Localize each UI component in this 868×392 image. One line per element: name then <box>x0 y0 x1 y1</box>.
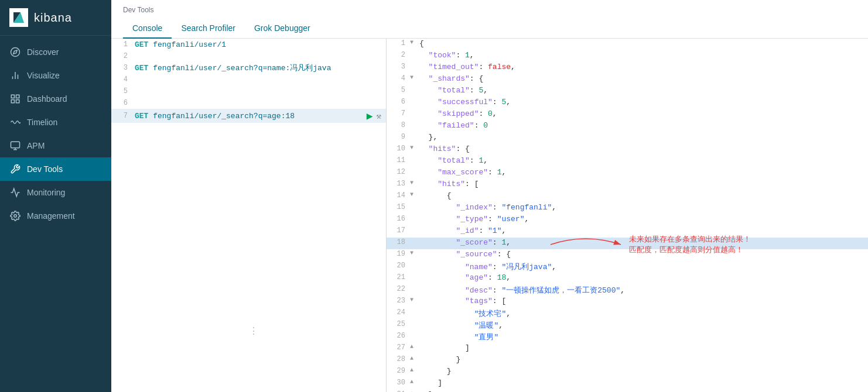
out-line-18: 18 "_score": 1, <box>387 238 868 249</box>
sidebar-item-apm[interactable]: APM <box>0 134 111 157</box>
out-line-17: 17 "_id": "1", <box>387 226 868 238</box>
input-line-5: 5 <box>111 85 386 97</box>
out-line-25: 25 "温暖", <box>387 319 868 331</box>
svg-rect-9 <box>11 100 14 103</box>
out-line-6: 6 "successful": 5, <box>387 97 868 109</box>
page-title: Dev Tools <box>123 6 856 14</box>
monitor-icon <box>9 140 21 152</box>
out-line-24: 24 "技术宅", <box>387 308 868 319</box>
input-line-6: 6 <box>111 97 386 109</box>
svg-rect-10 <box>16 100 19 103</box>
svg-rect-8 <box>16 95 19 98</box>
run-button[interactable]: ▶ <box>367 109 373 122</box>
out-line-15: 15 "_index": "fengfanli", <box>387 202 868 214</box>
out-line-1: 1 ▼ { <box>387 39 868 50</box>
out-line-8: 8 "failed": 0 <box>387 121 868 132</box>
svg-point-2 <box>11 48 20 57</box>
out-line-28: 28 ▲ } <box>387 355 868 366</box>
out-line-30: 30 ▲ ] <box>387 378 868 390</box>
sidebar-item-monitoring[interactable]: Monitoring <box>0 181 111 204</box>
sidebar-item-dev-tools[interactable]: Dev Tools <box>0 157 111 181</box>
out-line-11: 11 "total": 1, <box>387 156 868 167</box>
input-line-1: 1 GET fengfanli/user/1 <box>111 39 386 50</box>
tab-grok-debugger[interactable]: Grok Debugger <box>245 19 320 39</box>
out-line-26: 26 "直男" <box>387 331 868 343</box>
out-line-23: 23 ▼ "tags": [ <box>387 296 868 308</box>
output-panel: 1 ▼ { 2 "took": 1, 3 "timed_out": false,… <box>387 39 868 392</box>
svg-marker-3 <box>13 50 17 54</box>
out-line-27: 27 ▲ ] <box>387 343 868 355</box>
wave-icon <box>9 116 21 128</box>
out-line-5: 5 "total": 5, <box>387 85 868 97</box>
sidebar-item-timelion[interactable]: Timelion <box>0 111 111 134</box>
svg-point-14 <box>14 215 17 218</box>
svg-rect-7 <box>11 95 14 98</box>
out-line-21: 21 "age": 18, <box>387 273 868 284</box>
out-line-22: 22 "desc": "一顿操作猛如虎，一看工资2500", <box>387 284 868 296</box>
tab-search-profiler[interactable]: Search Profiler <box>172 19 245 39</box>
out-line-16: 16 "_type": "user", <box>387 214 868 226</box>
bar-chart-icon <box>9 70 21 81</box>
heartbeat-icon <box>9 187 21 198</box>
out-line-2: 2 "took": 1, <box>387 50 868 62</box>
input-line-3: 3 GET fengfanli/user/_search?q=name:冯凡利j… <box>111 62 386 74</box>
sidebar-nav: Discover Visualize Dashboard Timelion AP… <box>0 36 111 392</box>
sidebar: kibana Discover Visualize Dashboard Time… <box>0 0 111 392</box>
compass-icon <box>9 46 21 58</box>
sidebar-item-discover[interactable]: Discover <box>0 40 111 64</box>
wrench-icon <box>9 163 21 175</box>
out-line-7: 7 "skipped": 0, <box>387 109 868 121</box>
tab-bar: Console Search Profiler Grok Debugger <box>123 19 856 38</box>
input-line-2: 2 <box>111 50 386 62</box>
action-icons: ▶ ⚒ <box>367 109 386 122</box>
topbar: Dev Tools Console Search Profiler Grok D… <box>111 0 868 39</box>
main-area: Dev Tools Console Search Profiler Grok D… <box>111 0 868 392</box>
gear-icon <box>9 210 21 222</box>
logo-area: kibana <box>0 0 111 36</box>
out-line-3: 3 "timed_out": false, <box>387 62 868 74</box>
out-line-19: 19 ▼ "_source": { <box>387 249 868 261</box>
out-line-31: 31 ▲ } <box>387 390 868 392</box>
kibana-label: kibana <box>34 11 72 25</box>
sidebar-item-management[interactable]: Management <box>0 204 111 228</box>
panel-resize-handle[interactable]: ⋮ <box>249 325 258 337</box>
kibana-logo <box>9 8 28 27</box>
out-line-10: 10 ▼ "hits": { <box>387 144 868 156</box>
input-panel: 1 GET fengfanli/user/1 2 3 GET fengfanli… <box>111 39 387 392</box>
input-line-7: 7 GET fengfanli/user/_search?q=age:18 ▶ … <box>111 109 386 123</box>
editor-area: 1 GET fengfanli/user/1 2 3 GET fengfanli… <box>111 39 868 392</box>
tab-console[interactable]: Console <box>123 19 172 39</box>
out-line-12: 12 "max_score": 1, <box>387 167 868 179</box>
sidebar-item-visualize[interactable]: Visualize <box>0 64 111 87</box>
settings-button[interactable]: ⚒ <box>377 111 381 121</box>
svg-rect-11 <box>11 142 20 148</box>
out-line-13: 13 ▼ "hits": [ <box>387 179 868 191</box>
sidebar-item-dashboard[interactable]: Dashboard <box>0 87 111 111</box>
out-line-20: 20 "name": "冯凡利java", <box>387 261 868 273</box>
out-line-29: 29 ▲ } <box>387 366 868 378</box>
out-line-4: 4 ▼ "_shards": { <box>387 74 868 85</box>
out-line-9: 9 }, <box>387 132 868 144</box>
input-line-4: 4 <box>111 74 386 85</box>
out-line-14: 14 ▼ { <box>387 191 868 202</box>
grid-icon <box>9 93 21 105</box>
